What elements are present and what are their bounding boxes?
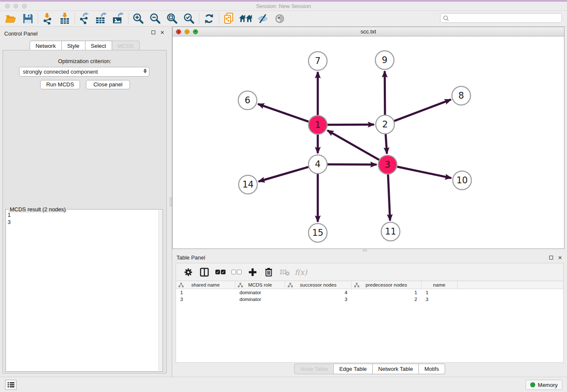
select-all-columns-button[interactable]: ✓✓ [212,265,228,279]
deselect-all-columns-button[interactable] [228,265,245,279]
import-table-button[interactable] [56,12,73,25]
column-tree-icon [238,283,243,287]
column-header-shared-name[interactable]: shared name [176,281,235,289]
cell-successor-nodes: 4 [285,290,352,295]
node-label-2: 2 [382,119,388,130]
column-label: predecessor nodes [366,282,407,287]
hide-selected-button[interactable] [254,12,271,25]
edge-1-2[interactable] [328,124,374,125]
export-network-icon [78,12,91,25]
import-network-button[interactable] [39,12,56,25]
save-session-button[interactable] [19,12,36,25]
search-input[interactable] [451,15,559,21]
edge-3-11[interactable] [388,174,390,221]
node-label-4: 4 [315,159,320,169]
export-table-icon [95,12,108,25]
unchecked-boxes-icon [231,270,242,274]
list-icon [8,382,14,388]
column-header-successor-nodes[interactable]: successor nodes [285,281,352,289]
column-header-name[interactable]: name [421,281,457,289]
edge-4-14[interactable] [259,167,308,181]
column-header-predecessor-nodes[interactable]: predecessor nodes [352,281,421,289]
search-box[interactable] [440,13,562,23]
edge-3-1[interactable] [328,130,379,160]
import-network-icon [41,12,54,25]
cell-name: 3 [421,297,457,302]
control-panel-close-button[interactable]: ✕ [160,30,165,35]
result-line: 1 [8,211,157,218]
edge-4-3[interactable] [328,164,377,165]
splitter-grip[interactable] [170,197,172,207]
edge-2-3[interactable] [385,134,387,154]
export-network-button[interactable] [76,12,93,25]
show-hidden-button[interactable] [271,12,288,25]
table-tab-node-table[interactable]: Node Table [294,364,334,374]
main-toolbar [0,11,567,27]
table-tab-motifs[interactable]: Motifs [419,364,445,374]
split-panel-button[interactable] [196,265,212,279]
function-icon: f(x) [295,268,307,276]
open-file-button[interactable] [3,12,19,25]
control-panel: Control Panel ✕ NetworkStyleSelectMCDS O… [0,27,169,377]
node-label-7: 7 [315,56,320,66]
table-panel-float-button[interactable] [548,255,554,260]
zoom-out-button[interactable] [147,12,164,25]
delete-table-button[interactable] [277,265,293,279]
trash-icon [265,268,272,276]
export-table-button[interactable] [93,12,110,25]
close-panel-button[interactable]: Close panel [86,80,130,89]
task-history-button[interactable] [5,380,17,390]
table-tab-edge-table[interactable]: Edge Table [334,364,373,374]
memory-button[interactable]: Memory [526,380,562,390]
table-row[interactable]: 1dominator411 [176,289,563,296]
control-panel-float-button[interactable] [151,30,156,35]
apply-layout-button[interactable] [201,12,217,25]
clone-network-button[interactable] [220,12,237,25]
vertical-splitter[interactable] [169,27,172,377]
table-row[interactable]: 3dominator323 [176,296,563,303]
add-column-button[interactable] [245,265,261,279]
column-header-mcds-role[interactable]: MCDS role [235,281,285,289]
zoom-in-button[interactable] [130,12,147,25]
result-line: 3 [8,218,157,226]
zoom-fit-button[interactable] [164,12,181,25]
table-settings-button[interactable] [180,265,196,279]
node-label-14: 14 [242,179,254,190]
open-folder-icon [5,13,17,24]
column-label: shared name [191,282,220,287]
edge-1-6[interactable] [258,104,309,122]
edge-3-10[interactable] [397,167,451,178]
table-panel: Table Panel ✕ ✓✓ f(x) shared nameMCDS [172,252,567,377]
column-label: name [433,282,446,287]
zoom-selected-button[interactable] [181,12,198,25]
delete-column-button[interactable] [261,265,277,279]
splitter-grip[interactable] [363,249,367,251]
edge-2-9[interactable] [385,71,385,115]
export-image-button[interactable] [110,12,127,25]
columns-icon [200,268,209,277]
export-image-icon [112,12,125,25]
node-label-3: 3 [385,160,390,170]
function-builder-button[interactable]: f(x) [293,265,309,279]
optimization-criterion-label: Optimization criterion: [3,58,166,64]
status-bar: Memory [0,377,567,392]
cell-mcds-role: dominator [235,297,285,302]
cell-successor-nodes: 3 [285,297,352,302]
node-table: shared nameMCDS rolesuccessor nodesprede… [176,281,564,363]
horizontal-splitter[interactable] [172,249,567,252]
edge-2-8[interactable] [394,99,451,121]
table-panel-close-button[interactable]: ✕ [557,255,563,260]
delete-table-icon [280,268,290,276]
import-table-icon [58,12,71,25]
result-scrollbar[interactable] [158,210,162,371]
network-graph[interactable]: 7968124314101511 [173,36,564,248]
run-mcds-button[interactable]: Run MCDS [40,80,80,89]
cell-mcds-role: dominator [235,290,285,295]
network-canvas[interactable]: 7968124314101511 [173,36,564,248]
table-tab-network-table[interactable]: Network Table [373,364,419,374]
network-window-titlebar[interactable]: x − + scc.txt [173,27,564,36]
show-all-networks-button[interactable] [237,12,254,25]
search-icon [443,15,449,21]
float-icon [549,256,553,259]
criterion-select[interactable]: strongly connected component [19,67,149,77]
